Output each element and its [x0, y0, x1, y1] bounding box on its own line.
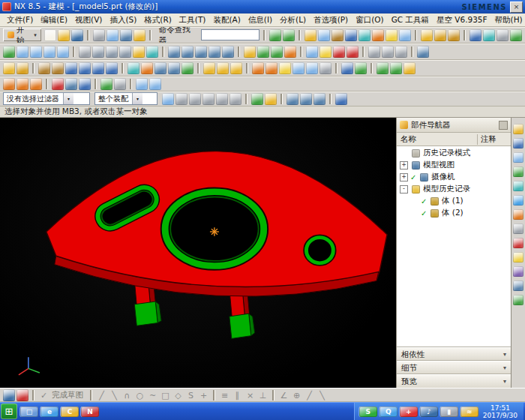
mid-point-icon[interactable]: [189, 93, 201, 105]
body-filter-icon[interactable]: [314, 93, 326, 105]
fit-view-icon[interactable]: [16, 46, 28, 58]
customize-icon[interactable]: [149, 78, 161, 90]
quick-extend-icon[interactable]: ╲: [316, 389, 328, 401]
expander-icon[interactable]: +: [400, 161, 408, 170]
edge-blend-icon[interactable]: [372, 29, 384, 41]
help-icon[interactable]: [510, 29, 522, 41]
open-icon[interactable]: [58, 29, 70, 41]
tree-item[interactable]: -模型历史记录: [397, 183, 511, 195]
part-module-icon[interactable]: [136, 78, 148, 90]
line-icon[interactable]: ╲: [109, 389, 120, 401]
intersection-curve-icon[interactable]: ×: [244, 389, 256, 401]
shaded-with-edges-icon[interactable]: [92, 46, 104, 58]
subtract-icon[interactable]: [434, 29, 446, 41]
system-scenes-icon[interactable]: [513, 280, 524, 291]
work-plane-icon[interactable]: [306, 46, 318, 58]
resize-blend-icon[interactable]: [65, 78, 77, 90]
redo-icon[interactable]: [283, 29, 295, 41]
front-view-icon[interactable]: [168, 46, 180, 58]
measure-angle-icon[interactable]: [390, 62, 402, 74]
history-palette-icon[interactable]: [513, 209, 524, 220]
face-filter-icon[interactable]: [286, 93, 298, 105]
pull-face-icon[interactable]: [16, 78, 28, 90]
delete-face-icon[interactable]: [52, 78, 64, 90]
touch-mode-icon[interactable]: [513, 295, 524, 305]
system-materials-icon[interactable]: [513, 224, 524, 234]
navigator-header[interactable]: 部件导航器: [397, 118, 511, 133]
tree-item[interactable]: 历史记录模式: [397, 147, 511, 159]
section-view-icon[interactable]: [333, 46, 345, 58]
chevron-down-icon[interactable]: ▾: [503, 364, 506, 371]
navigator-section[interactable]: 预览▾: [397, 374, 511, 388]
my-computer-icon[interactable]: C: [60, 406, 79, 417]
measure-distance-icon[interactable]: [376, 62, 388, 74]
new-icon[interactable]: [44, 29, 56, 41]
navigator-section[interactable]: 相依性▾: [397, 347, 511, 361]
tree-item[interactable]: ✓体 (2): [397, 207, 511, 219]
menu-item[interactable]: 视图(V): [71, 15, 106, 26]
menu-item[interactable]: 文件(F): [3, 15, 37, 26]
graphics-viewport[interactable]: [0, 118, 396, 388]
column-comment[interactable]: 注释: [478, 134, 511, 145]
new-window-icon[interactable]: [368, 46, 380, 58]
revolve-icon[interactable]: [345, 29, 357, 41]
menu-item[interactable]: 窗口(O): [352, 15, 387, 26]
tile-windows-icon[interactable]: [395, 46, 407, 58]
rectangle-icon[interactable]: □: [160, 389, 171, 401]
command-finder-input[interactable]: [201, 29, 260, 40]
datum-plane-icon[interactable]: [318, 29, 330, 41]
wireframe-icon[interactable]: [119, 46, 131, 58]
mirror-feature-icon[interactable]: [483, 29, 495, 41]
column-name[interactable]: 名称: [397, 134, 478, 145]
auto-dimension-icon[interactable]: ⊕: [291, 389, 302, 401]
snap-point-icon[interactable]: [162, 93, 174, 105]
sketch-icon[interactable]: [304, 29, 316, 41]
network-icon[interactable]: ≈: [460, 406, 478, 417]
tree-item[interactable]: ✓体 (1): [397, 195, 511, 207]
perspective-icon[interactable]: [79, 46, 91, 58]
manufacturing-wizard-icon[interactable]: [513, 252, 524, 262]
expander-icon[interactable]: +: [400, 173, 408, 182]
pan-icon[interactable]: [44, 46, 56, 58]
process-studio-icon[interactable]: [513, 238, 524, 248]
dropdown-arrow-icon[interactable]: ▾: [63, 93, 74, 104]
zoom-in-icon[interactable]: [30, 46, 42, 58]
thread-icon[interactable]: [320, 62, 332, 74]
rotate-view-icon[interactable]: [57, 46, 69, 58]
copy-icon[interactable]: [120, 29, 132, 41]
constraint-navigator-icon[interactable]: [513, 138, 524, 148]
top-view-icon[interactable]: [182, 46, 194, 58]
face-analysis-icon[interactable]: [146, 46, 158, 58]
part-navigator-icon[interactable]: [513, 152, 524, 163]
intersect-icon[interactable]: [448, 29, 460, 41]
menu-item[interactable]: 格式(R): [140, 15, 176, 26]
expander-icon[interactable]: -: [400, 185, 408, 194]
print-icon[interactable]: [93, 29, 105, 41]
offset-region-icon[interactable]: [30, 78, 42, 90]
nx-shortcut-icon[interactable]: N: [80, 406, 99, 417]
quadrant-point-icon[interactable]: [230, 93, 242, 105]
checkbox-icon[interactable]: ✓: [410, 173, 418, 182]
close-button[interactable]: ×: [510, 2, 523, 13]
start-menu-button[interactable]: 开始 ▾: [3, 28, 41, 41]
navigator-section[interactable]: 细节▾: [397, 361, 511, 374]
cylinder-icon[interactable]: [79, 62, 91, 74]
replace-face-icon[interactable]: [79, 78, 91, 90]
shaded-icon[interactable]: [106, 46, 118, 58]
sketch-constraints-icon[interactable]: ∠: [278, 389, 290, 401]
pad-icon[interactable]: [168, 62, 180, 74]
offset-curve-icon[interactable]: ≡: [219, 389, 230, 401]
pin-icon[interactable]: [499, 121, 508, 130]
reuse-library-icon[interactable]: [513, 166, 524, 177]
synchronous-move-face-icon[interactable]: [3, 78, 15, 90]
selection-scope-dropdown[interactable]: 整个装配 ▾: [94, 92, 158, 105]
pocket-icon[interactable]: [154, 62, 166, 74]
hd3d-tools-icon[interactable]: [513, 181, 524, 191]
menu-item[interactable]: 装配(A): [209, 15, 244, 26]
top-level-selection-icon[interactable]: [265, 93, 277, 105]
volume-icon[interactable]: ♪: [419, 406, 438, 417]
extrude-feature-icon[interactable]: [38, 62, 50, 74]
im-client-icon[interactable]: Q: [379, 406, 398, 417]
edge-blend-feature-icon[interactable]: [252, 62, 264, 74]
rib-icon[interactable]: [182, 62, 194, 74]
